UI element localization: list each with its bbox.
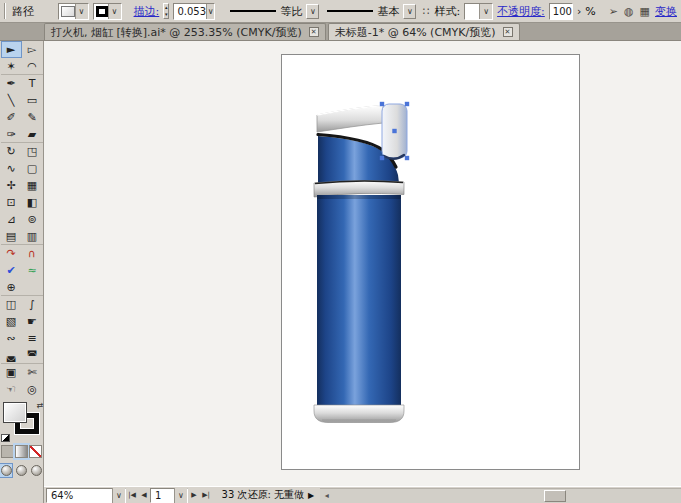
prev-page-button[interactable]: ◀ (138, 488, 150, 502)
smooth-tool[interactable]: ✑ (1, 126, 22, 143)
canvas-pasteboard[interactable] (44, 41, 681, 486)
color-button[interactable] (1, 445, 14, 458)
lighter-body[interactable] (317, 195, 401, 406)
style-select[interactable]: ∨ (464, 3, 493, 20)
recolor-artwork-icon[interactable]: ◍ (623, 5, 635, 18)
crop-area-tool[interactable]: ▣ (1, 364, 22, 381)
curve-arrow-tool[interactable]: ↷ (1, 245, 22, 262)
screen-mode-full-button[interactable] (31, 464, 43, 477)
page-number-select[interactable]: 1 ∨ (150, 488, 188, 503)
status-menu-arrow-icon[interactable]: ▶ (308, 491, 314, 500)
pencil-tool[interactable]: ✎ (22, 109, 43, 126)
anchor-point (380, 102, 384, 106)
stroke-preview-line (230, 10, 276, 12)
artboard[interactable] (281, 54, 580, 470)
swap-fill-stroke-icon[interactable]: ⇄ (37, 401, 44, 410)
brush-definition-select[interactable]: 基本 ∨ (324, 3, 417, 20)
tab-lighter-document[interactable]: 打火机, 烟缸 [转换].ai* @ 253.35% (CMYK/预览) ✕ (44, 23, 326, 40)
undo-status-text: 33 次还原: 无重做 (212, 488, 308, 502)
wave-tool[interactable]: ≈ (22, 262, 43, 279)
anchor-point (405, 156, 409, 160)
screen-mode-normal-button[interactable] (0, 464, 12, 477)
live-paint-bucket-tool[interactable]: ◛ (1, 347, 22, 364)
tab-untitled-document[interactable]: 未标题-1* @ 64% (CMYK/预览) ✕ (328, 23, 520, 40)
freehand-path-tool[interactable]: ∾ (1, 330, 22, 347)
bracket-tool[interactable]: ◫ (1, 296, 22, 313)
rectangle-tool[interactable]: ▭ (22, 92, 43, 109)
lighter-artwork[interactable] (282, 55, 581, 471)
eraser-tool[interactable]: ▰ (22, 126, 43, 143)
close-icon[interactable]: ✕ (503, 27, 513, 37)
opacity-value: 100 (553, 6, 572, 17)
stroke-weight-select[interactable]: 0.053 ∨ (173, 3, 215, 20)
check-mark-tool[interactable]: ✔ (1, 262, 22, 279)
list-tool[interactable]: ≡ (22, 330, 43, 347)
stroke-link[interactable]: 描边: (134, 4, 160, 19)
opacity-link[interactable]: 不透明度: (497, 4, 545, 19)
slice-tool[interactable]: ⊡ (1, 194, 22, 211)
none-button[interactable] (29, 445, 42, 458)
stroke-weight-stepper[interactable]: ▴ ▾ (163, 3, 169, 19)
opacity-input[interactable]: 100 (549, 3, 573, 20)
gradient-tool[interactable]: ◧ (22, 194, 43, 211)
panel-grip (4, 3, 6, 19)
lasso-tool[interactable]: ◠ (22, 58, 43, 75)
scale-tool[interactable]: ◳ (22, 143, 43, 160)
target-tool[interactable]: ⊕ (1, 279, 22, 296)
grid-options-icon[interactable]: ▦ (639, 5, 651, 18)
scallop-tool[interactable]: ✢ (1, 177, 22, 194)
knife-tool[interactable]: ✄ (22, 364, 43, 381)
hatch-grid-tool[interactable]: ▧ (1, 313, 22, 330)
illustrator-window: 路径 ∨ ∨ 描边: ▴ ▾ 0.053 ∨ 等比 ∨ 基本 ∨ ∷ (0, 0, 681, 503)
dots-icon[interactable]: ∷ (421, 5, 430, 18)
tab-label: 打火机, 烟缸 [转换].ai* @ 253.35% (CMYK/预览) (51, 25, 302, 40)
last-page-button[interactable]: ▶| (200, 488, 212, 502)
gradient-button[interactable] (15, 445, 28, 458)
blend-tool[interactable]: ⊚ (22, 211, 43, 228)
zoom-level-select[interactable]: 64% ∨ (46, 488, 126, 503)
pointer-hand-tool[interactable]: ☛ (22, 313, 43, 330)
scrollbar-thumb[interactable] (544, 490, 566, 502)
width-profile-select[interactable]: 等比 ∨ (227, 3, 320, 20)
pen-tool[interactable]: ✒ (1, 75, 22, 92)
stroke-color-select[interactable]: ∨ (93, 3, 122, 20)
grid-tool[interactable]: ▦ (22, 177, 43, 194)
zoom-level-value: 64% (47, 490, 73, 501)
horizontal-scrollbar[interactable]: ◂ (320, 488, 681, 503)
screen-mode-menu-button[interactable] (15, 464, 27, 477)
rotate-tool[interactable]: ↻ (1, 143, 22, 160)
type-tool[interactable]: T (22, 75, 43, 92)
paintbrush-tool[interactable]: ✐ (1, 109, 22, 126)
dotted-curve-tool[interactable]: ∩ (22, 245, 43, 262)
next-page-button[interactable]: ▶ (188, 488, 200, 502)
live-paint-selection-tool[interactable]: ◚ (22, 347, 43, 364)
line-segment-tool[interactable]: ╲ (1, 92, 22, 109)
first-page-button[interactable]: |◀ (126, 488, 138, 502)
free-transform-tool[interactable]: ▢ (22, 160, 43, 177)
direct-selection-tool[interactable]: ▻ (22, 41, 43, 58)
default-fill-stroke-icon[interactable] (1, 434, 10, 442)
hand-tool[interactable]: ☜ (1, 381, 22, 398)
scroll-left-icon[interactable]: ◂ (320, 489, 333, 502)
selection-tool[interactable]: ► (1, 41, 22, 58)
transform-link[interactable]: 变换 (655, 4, 677, 19)
fill-stroke-control[interactable]: ⇄ (2, 402, 42, 440)
s-curve-tool[interactable]: ∫ (22, 296, 43, 313)
screen-mode-icon (1, 465, 12, 476)
document-tab-bar: 打火机, 烟缸 [转换].ai* @ 253.35% (CMYK/预览) ✕ 未… (0, 23, 681, 41)
magic-wand-tool[interactable]: ✶ (1, 58, 22, 75)
chevron-down-icon: ∨ (174, 488, 187, 503)
symbol-tool[interactable]: ▤ (1, 228, 22, 245)
warp-tool[interactable]: ∿ (1, 160, 22, 177)
control-bar: 路径 ∨ ∨ 描边: ▴ ▾ 0.053 ∨ 等比 ∨ 基本 ∨ ∷ (0, 0, 681, 23)
fill-style-select[interactable]: ∨ (58, 3, 89, 20)
select-similar-icon[interactable]: ➢ (608, 5, 619, 18)
zoom-tool[interactable]: ◎ (22, 381, 43, 398)
eyedropper-tool[interactable]: ⊿ (1, 211, 22, 228)
profile-option-label: 等比 (280, 4, 302, 19)
paint-mode-row (0, 445, 43, 458)
opacity-menu-arrow[interactable]: › (577, 5, 581, 18)
column-graph-tool[interactable]: ▥ (22, 228, 43, 245)
fill-swatch[interactable] (3, 402, 27, 423)
close-icon[interactable]: ✕ (309, 27, 319, 37)
